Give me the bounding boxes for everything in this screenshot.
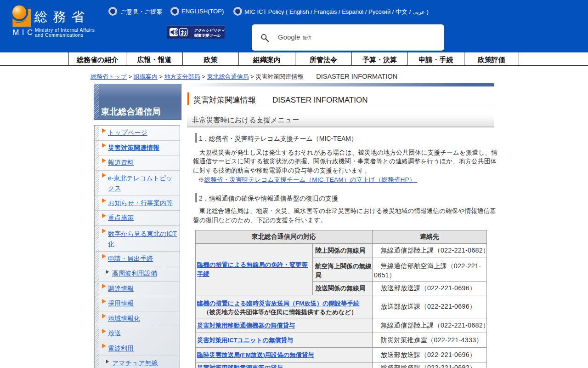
svg-text:MIC: MIC: [13, 28, 36, 36]
